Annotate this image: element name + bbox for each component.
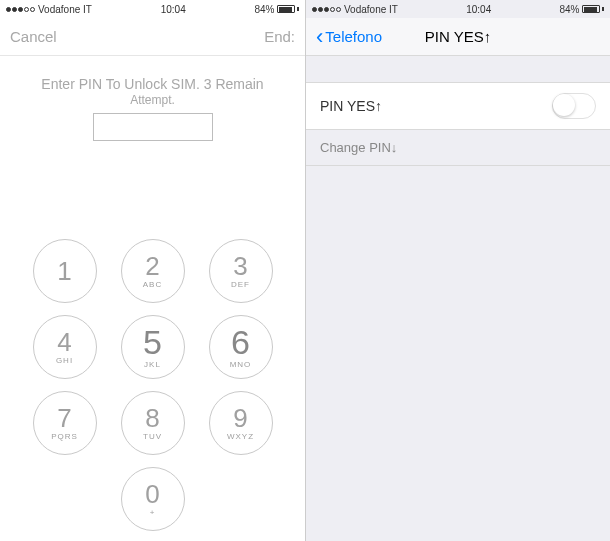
sim-pin-label: PIN YES↑ xyxy=(320,98,382,114)
key-6[interactable]: 6 MNO xyxy=(209,315,273,379)
key-2[interactable]: 2 ABC xyxy=(121,239,185,303)
key-9[interactable]: 9 WXYZ xyxy=(209,391,273,455)
key-7[interactable]: 7 PQRS xyxy=(33,391,97,455)
pin-entry-screen: Vodafone IT 10:04 84% Cancel End: Enter … xyxy=(0,0,305,541)
back-button[interactable]: ‹ Telefono xyxy=(316,26,382,48)
carrier-label: Vodafone IT xyxy=(38,4,92,15)
chevron-left-icon: ‹ xyxy=(316,26,323,48)
sim-settings-screen: Vodafone IT 10:04 84% ‹ Telefono PIN YES… xyxy=(305,0,610,541)
battery-pct: 84% xyxy=(559,4,579,15)
key-4[interactable]: 4 GHI xyxy=(33,315,97,379)
back-label: Telefono xyxy=(325,28,382,45)
keypad: 1 2 ABC 3 DEF 4 GHI 5 JKL 6 MNO 7 PQRS 8 xyxy=(0,239,305,531)
change-pin-label: Change PIN↓ xyxy=(320,140,397,155)
key-3[interactable]: 3 DEF xyxy=(209,239,273,303)
pin-prompt: Enter PIN To Unlock SIM. 3 Remain Attemp… xyxy=(0,56,305,141)
carrier-label: Vodafone IT xyxy=(344,4,398,15)
prompt-subtext: Attempt. xyxy=(10,93,295,107)
pin-input[interactable] xyxy=(93,113,213,141)
toggle-knob xyxy=(553,94,575,116)
signal-icon xyxy=(6,7,35,12)
battery-pct: 84% xyxy=(254,4,274,15)
clock: 10:04 xyxy=(466,4,491,15)
battery-icon xyxy=(277,5,299,13)
change-pin-row[interactable]: Change PIN↓ xyxy=(306,130,610,166)
signal-icon xyxy=(312,7,341,12)
sim-pin-row: PIN YES↑ xyxy=(306,82,610,130)
clock: 10:04 xyxy=(161,4,186,15)
nav-bar: Cancel End: xyxy=(0,18,305,56)
end-button[interactable]: End: xyxy=(264,28,295,45)
status-bar: Vodafone IT 10:04 84% xyxy=(306,0,610,18)
cancel-button[interactable]: Cancel xyxy=(10,28,57,45)
battery-icon xyxy=(582,5,604,13)
status-bar: Vodafone IT 10:04 84% xyxy=(0,0,305,18)
key-1[interactable]: 1 xyxy=(33,239,97,303)
key-0[interactable]: 0 + xyxy=(121,467,185,531)
key-8[interactable]: 8 TUV xyxy=(121,391,185,455)
prompt-text: Enter PIN To Unlock SIM. 3 Remain xyxy=(10,76,295,92)
key-5[interactable]: 5 JKL xyxy=(121,315,185,379)
nav-bar: ‹ Telefono PIN YES↑ xyxy=(306,18,610,56)
sim-pin-toggle[interactable] xyxy=(552,93,596,119)
